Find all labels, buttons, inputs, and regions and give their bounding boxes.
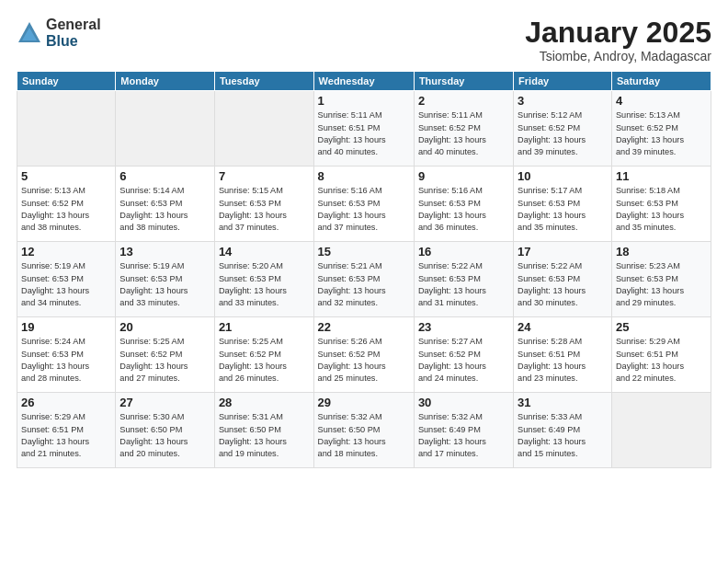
title-block: January 2025 Tsiombe, Androy, Madagascar: [525, 17, 711, 63]
calendar-header: Sunday Monday Tuesday Wednesday Thursday…: [17, 72, 711, 91]
table-cell: 24Sunrise: 5:28 AM Sunset: 6:51 PM Dayli…: [514, 317, 612, 393]
day-number: 19: [21, 320, 111, 334]
day-number: 11: [616, 169, 707, 183]
day-number: 8: [318, 169, 410, 183]
table-cell: 29Sunrise: 5:32 AM Sunset: 6:50 PM Dayli…: [313, 393, 414, 468]
day-info: Sunrise: 5:11 AM Sunset: 6:52 PM Dayligh…: [418, 109, 509, 158]
day-info: Sunrise: 5:32 AM Sunset: 6:50 PM Dayligh…: [318, 411, 410, 460]
table-cell: 4Sunrise: 5:13 AM Sunset: 6:52 PM Daylig…: [611, 91, 711, 167]
day-number: 31: [518, 396, 608, 409]
table-cell: 19Sunrise: 5:24 AM Sunset: 6:53 PM Dayli…: [17, 317, 116, 393]
day-info: Sunrise: 5:18 AM Sunset: 6:53 PM Dayligh…: [616, 185, 707, 234]
table-cell: 14Sunrise: 5:20 AM Sunset: 6:53 PM Dayli…: [214, 242, 313, 317]
table-cell: 20Sunrise: 5:25 AM Sunset: 6:52 PM Dayli…: [116, 317, 215, 393]
table-cell: [214, 91, 313, 167]
day-number: 12: [21, 245, 111, 259]
table-cell: 8Sunrise: 5:16 AM Sunset: 6:53 PM Daylig…: [313, 167, 414, 242]
header-row: Sunday Monday Tuesday Wednesday Thursday…: [17, 72, 711, 91]
col-tuesday: Tuesday: [214, 72, 313, 91]
col-saturday: Saturday: [611, 72, 711, 91]
col-friday: Friday: [514, 72, 612, 91]
col-monday: Monday: [116, 72, 215, 91]
day-number: 5: [21, 169, 111, 183]
day-info: Sunrise: 5:25 AM Sunset: 6:52 PM Dayligh…: [219, 336, 310, 385]
week-row-4: 19Sunrise: 5:24 AM Sunset: 6:53 PM Dayli…: [17, 317, 711, 393]
day-number: 26: [21, 396, 111, 409]
day-info: Sunrise: 5:22 AM Sunset: 6:53 PM Dayligh…: [418, 260, 509, 309]
table-cell: 10Sunrise: 5:17 AM Sunset: 6:53 PM Dayli…: [514, 167, 612, 242]
day-info: Sunrise: 5:27 AM Sunset: 6:52 PM Dayligh…: [418, 336, 509, 385]
month-title: January 2025: [525, 17, 711, 49]
day-info: Sunrise: 5:13 AM Sunset: 6:52 PM Dayligh…: [21, 185, 111, 234]
table-cell: [611, 393, 711, 468]
day-number: 3: [518, 94, 608, 108]
calendar: Sunday Monday Tuesday Wednesday Thursday…: [17, 71, 711, 468]
day-info: Sunrise: 5:33 AM Sunset: 6:49 PM Dayligh…: [518, 411, 608, 460]
table-cell: 21Sunrise: 5:25 AM Sunset: 6:52 PM Dayli…: [214, 317, 313, 393]
day-info: Sunrise: 5:14 AM Sunset: 6:53 PM Dayligh…: [119, 185, 210, 234]
table-cell: 30Sunrise: 5:32 AM Sunset: 6:49 PM Dayli…: [414, 393, 513, 468]
day-info: Sunrise: 5:28 AM Sunset: 6:51 PM Dayligh…: [518, 336, 608, 385]
day-number: 14: [219, 245, 310, 259]
day-info: Sunrise: 5:20 AM Sunset: 6:53 PM Dayligh…: [219, 260, 310, 309]
table-cell: 11Sunrise: 5:18 AM Sunset: 6:53 PM Dayli…: [611, 167, 711, 242]
day-info: Sunrise: 5:19 AM Sunset: 6:53 PM Dayligh…: [21, 260, 111, 309]
table-cell: 18Sunrise: 5:23 AM Sunset: 6:53 PM Dayli…: [611, 242, 711, 317]
day-info: Sunrise: 5:17 AM Sunset: 6:53 PM Dayligh…: [518, 185, 608, 234]
day-number: 25: [616, 320, 707, 334]
day-number: 17: [518, 245, 608, 259]
day-info: Sunrise: 5:24 AM Sunset: 6:53 PM Dayligh…: [21, 336, 111, 385]
location: Tsiombe, Androy, Madagascar: [525, 49, 711, 63]
table-cell: 2Sunrise: 5:11 AM Sunset: 6:52 PM Daylig…: [414, 91, 513, 167]
day-number: 21: [219, 320, 310, 334]
week-row-2: 5Sunrise: 5:13 AM Sunset: 6:52 PM Daylig…: [17, 167, 711, 242]
day-info: Sunrise: 5:32 AM Sunset: 6:49 PM Dayligh…: [418, 411, 509, 460]
day-info: Sunrise: 5:16 AM Sunset: 6:53 PM Dayligh…: [418, 185, 509, 234]
logo: General Blue: [17, 17, 101, 49]
day-info: Sunrise: 5:11 AM Sunset: 6:51 PM Dayligh…: [318, 109, 410, 158]
logo-text: General Blue: [46, 17, 101, 49]
table-cell: 12Sunrise: 5:19 AM Sunset: 6:53 PM Dayli…: [17, 242, 116, 317]
day-info: Sunrise: 5:22 AM Sunset: 6:53 PM Dayligh…: [518, 260, 608, 309]
col-wednesday: Wednesday: [313, 72, 414, 91]
day-number: 10: [518, 169, 608, 183]
day-info: Sunrise: 5:19 AM Sunset: 6:53 PM Dayligh…: [119, 260, 210, 309]
logo-blue: Blue: [46, 33, 101, 50]
day-number: 18: [616, 245, 707, 259]
table-cell: 5Sunrise: 5:13 AM Sunset: 6:52 PM Daylig…: [17, 167, 116, 242]
table-cell: [17, 91, 116, 167]
col-thursday: Thursday: [414, 72, 513, 91]
day-info: Sunrise: 5:29 AM Sunset: 6:51 PM Dayligh…: [21, 411, 111, 460]
day-info: Sunrise: 5:25 AM Sunset: 6:52 PM Dayligh…: [119, 336, 210, 385]
day-info: Sunrise: 5:16 AM Sunset: 6:53 PM Dayligh…: [318, 185, 410, 234]
day-number: 24: [518, 320, 608, 334]
table-cell: 16Sunrise: 5:22 AM Sunset: 6:53 PM Dayli…: [414, 242, 513, 317]
day-number: 22: [318, 320, 410, 334]
day-number: 1: [318, 94, 410, 108]
day-info: Sunrise: 5:26 AM Sunset: 6:52 PM Dayligh…: [318, 336, 410, 385]
day-info: Sunrise: 5:21 AM Sunset: 6:53 PM Dayligh…: [318, 260, 410, 309]
table-cell: 9Sunrise: 5:16 AM Sunset: 6:53 PM Daylig…: [414, 167, 513, 242]
day-info: Sunrise: 5:12 AM Sunset: 6:52 PM Dayligh…: [518, 109, 608, 158]
day-number: 29: [318, 396, 410, 409]
day-number: 20: [119, 320, 210, 334]
day-number: 7: [219, 169, 310, 183]
day-info: Sunrise: 5:13 AM Sunset: 6:52 PM Dayligh…: [616, 109, 707, 158]
table-cell: 26Sunrise: 5:29 AM Sunset: 6:51 PM Dayli…: [17, 393, 116, 468]
table-cell: 17Sunrise: 5:22 AM Sunset: 6:53 PM Dayli…: [514, 242, 612, 317]
table-cell: 23Sunrise: 5:27 AM Sunset: 6:52 PM Dayli…: [414, 317, 513, 393]
table-cell: 22Sunrise: 5:26 AM Sunset: 6:52 PM Dayli…: [313, 317, 414, 393]
week-row-3: 12Sunrise: 5:19 AM Sunset: 6:53 PM Dayli…: [17, 242, 711, 317]
table-cell: 13Sunrise: 5:19 AM Sunset: 6:53 PM Dayli…: [116, 242, 215, 317]
day-number: 13: [119, 245, 210, 259]
logo-general: General: [46, 17, 101, 33]
table-cell: 6Sunrise: 5:14 AM Sunset: 6:53 PM Daylig…: [116, 167, 215, 242]
page: General Blue January 2025 Tsiombe, Andro…: [0, 0, 728, 563]
day-number: 6: [119, 169, 210, 183]
day-number: 4: [616, 94, 707, 108]
day-number: 28: [219, 396, 310, 409]
table-cell: 3Sunrise: 5:12 AM Sunset: 6:52 PM Daylig…: [514, 91, 612, 167]
week-row-1: 1Sunrise: 5:11 AM Sunset: 6:51 PM Daylig…: [17, 91, 711, 167]
week-row-5: 26Sunrise: 5:29 AM Sunset: 6:51 PM Dayli…: [17, 393, 711, 468]
day-number: 27: [119, 396, 210, 409]
